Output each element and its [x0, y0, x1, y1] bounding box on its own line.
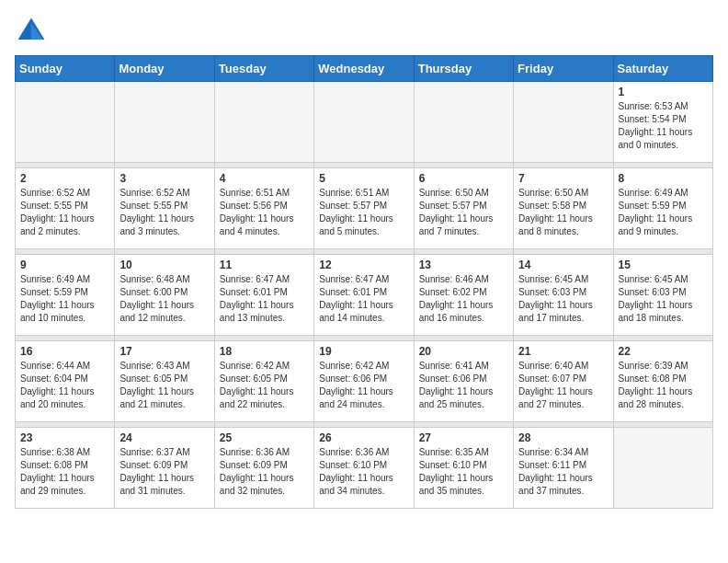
day-info: Sunrise: 6:49 AM Sunset: 5:59 PM Dayligh… [619, 187, 708, 238]
day-number: 1 [619, 86, 708, 98]
day-info: Sunrise: 6:40 AM Sunset: 6:07 PM Dayligh… [518, 360, 608, 411]
day-header-saturday: Saturday [613, 56, 712, 82]
day-number: 5 [319, 172, 408, 185]
calendar-cell: 4Sunrise: 6:51 AM Sunset: 5:56 PM Daylig… [214, 168, 313, 249]
calendar-table: SundayMondayTuesdayWednesdayThursdayFrid… [15, 55, 713, 509]
day-info: Sunrise: 6:48 AM Sunset: 6:00 PM Dayligh… [119, 273, 209, 325]
calendar-cell: 23Sunrise: 6:38 AM Sunset: 6:08 PM Dayli… [16, 428, 115, 509]
day-info: Sunrise: 6:49 AM Sunset: 5:59 PM Dayligh… [20, 273, 109, 325]
calendar-cell: 21Sunrise: 6:40 AM Sunset: 6:07 PM Dayli… [514, 341, 613, 422]
day-number: 20 [419, 345, 508, 358]
logo [15, 15, 53, 48]
day-info: Sunrise: 6:51 AM Sunset: 5:56 PM Dayligh… [220, 187, 309, 238]
day-number: 14 [518, 259, 608, 271]
day-number: 26 [319, 431, 408, 444]
calendar-cell [514, 82, 613, 163]
day-info: Sunrise: 6:46 AM Sunset: 6:02 PM Dayligh… [419, 273, 508, 325]
calendar-cell: 14Sunrise: 6:45 AM Sunset: 6:03 PM Dayli… [514, 255, 613, 336]
day-info: Sunrise: 6:47 AM Sunset: 6:01 PM Dayligh… [319, 273, 408, 325]
day-info: Sunrise: 6:41 AM Sunset: 6:06 PM Dayligh… [419, 360, 508, 411]
day-info: Sunrise: 6:50 AM Sunset: 5:57 PM Dayligh… [419, 187, 508, 238]
calendar-cell: 6Sunrise: 6:50 AM Sunset: 5:57 PM Daylig… [414, 168, 513, 249]
day-info: Sunrise: 6:39 AM Sunset: 6:08 PM Dayligh… [619, 360, 708, 411]
day-number: 12 [319, 259, 408, 271]
day-number: 25 [220, 431, 309, 444]
calendar-cell [314, 82, 414, 163]
calendar-cell [115, 82, 214, 163]
calendar-week-2: 9Sunrise: 6:49 AM Sunset: 5:59 PM Daylig… [16, 255, 713, 336]
calendar-cell: 20Sunrise: 6:41 AM Sunset: 6:06 PM Dayli… [414, 341, 513, 422]
day-header-wednesday: Wednesday [314, 56, 414, 82]
calendar-cell [414, 82, 513, 163]
calendar-cell: 16Sunrise: 6:44 AM Sunset: 6:04 PM Dayli… [16, 341, 115, 422]
day-header-tuesday: Tuesday [214, 56, 313, 82]
day-info: Sunrise: 6:34 AM Sunset: 6:11 PM Dayligh… [518, 446, 608, 498]
day-info: Sunrise: 6:45 AM Sunset: 6:03 PM Dayligh… [619, 273, 708, 325]
day-number: 22 [619, 345, 708, 358]
day-info: Sunrise: 6:37 AM Sunset: 6:09 PM Dayligh… [119, 446, 209, 498]
calendar-week-4: 23Sunrise: 6:38 AM Sunset: 6:08 PM Dayli… [16, 428, 713, 509]
day-number: 17 [119, 345, 209, 358]
calendar-cell: 28Sunrise: 6:34 AM Sunset: 6:11 PM Dayli… [514, 428, 613, 509]
calendar-cell: 5Sunrise: 6:51 AM Sunset: 5:57 PM Daylig… [314, 168, 414, 249]
day-number: 16 [20, 345, 109, 358]
day-header-thursday: Thursday [414, 56, 513, 82]
calendar-cell: 3Sunrise: 6:52 AM Sunset: 5:55 PM Daylig… [115, 168, 214, 249]
day-info: Sunrise: 6:50 AM Sunset: 5:58 PM Dayligh… [518, 187, 608, 238]
page-header [15, 15, 713, 48]
calendar-cell: 8Sunrise: 6:49 AM Sunset: 5:59 PM Daylig… [613, 168, 712, 249]
calendar-cell: 26Sunrise: 6:36 AM Sunset: 6:10 PM Dayli… [314, 428, 414, 509]
day-number: 11 [220, 259, 309, 271]
day-info: Sunrise: 6:42 AM Sunset: 6:05 PM Dayligh… [220, 360, 309, 411]
logo-icon [15, 15, 48, 48]
day-info: Sunrise: 6:52 AM Sunset: 5:55 PM Dayligh… [20, 187, 109, 238]
day-number: 18 [220, 345, 309, 358]
svg-marker-1 [31, 23, 43, 40]
day-info: Sunrise: 6:53 AM Sunset: 5:54 PM Dayligh… [619, 100, 708, 152]
day-number: 13 [419, 259, 508, 271]
calendar-cell: 7Sunrise: 6:50 AM Sunset: 5:58 PM Daylig… [514, 168, 613, 249]
day-number: 2 [20, 172, 109, 185]
day-number: 3 [119, 172, 209, 185]
calendar-cell: 25Sunrise: 6:36 AM Sunset: 6:09 PM Dayli… [214, 428, 313, 509]
calendar-cell: 9Sunrise: 6:49 AM Sunset: 5:59 PM Daylig… [16, 255, 115, 336]
calendar-cell: 18Sunrise: 6:42 AM Sunset: 6:05 PM Dayli… [214, 341, 313, 422]
day-info: Sunrise: 6:42 AM Sunset: 6:06 PM Dayligh… [319, 360, 408, 411]
calendar-cell: 22Sunrise: 6:39 AM Sunset: 6:08 PM Dayli… [613, 341, 712, 422]
calendar-cell: 17Sunrise: 6:43 AM Sunset: 6:05 PM Dayli… [115, 341, 214, 422]
calendar-cell: 13Sunrise: 6:46 AM Sunset: 6:02 PM Dayli… [414, 255, 513, 336]
day-info: Sunrise: 6:35 AM Sunset: 6:10 PM Dayligh… [419, 446, 508, 498]
day-number: 28 [518, 431, 608, 444]
day-header-monday: Monday [115, 56, 214, 82]
day-number: 23 [20, 431, 109, 444]
day-number: 6 [419, 172, 508, 185]
day-number: 19 [319, 345, 408, 358]
day-info: Sunrise: 6:38 AM Sunset: 6:08 PM Dayligh… [20, 446, 109, 498]
calendar-cell: 2Sunrise: 6:52 AM Sunset: 5:55 PM Daylig… [16, 168, 115, 249]
day-info: Sunrise: 6:52 AM Sunset: 5:55 PM Dayligh… [119, 187, 209, 238]
calendar-week-0: 1Sunrise: 6:53 AM Sunset: 5:54 PM Daylig… [16, 82, 713, 163]
calendar-cell: 24Sunrise: 6:37 AM Sunset: 6:09 PM Dayli… [115, 428, 214, 509]
calendar-cell: 19Sunrise: 6:42 AM Sunset: 6:06 PM Dayli… [314, 341, 414, 422]
day-header-friday: Friday [514, 56, 613, 82]
day-number: 21 [518, 345, 608, 358]
calendar-week-1: 2Sunrise: 6:52 AM Sunset: 5:55 PM Daylig… [16, 168, 713, 249]
day-info: Sunrise: 6:36 AM Sunset: 6:10 PM Dayligh… [319, 446, 408, 498]
calendar-cell: 27Sunrise: 6:35 AM Sunset: 6:10 PM Dayli… [414, 428, 513, 509]
day-number: 8 [619, 172, 708, 185]
calendar-cell: 15Sunrise: 6:45 AM Sunset: 6:03 PM Dayli… [613, 255, 712, 336]
day-number: 15 [619, 259, 708, 271]
day-number: 27 [419, 431, 508, 444]
calendar-cell [613, 428, 712, 509]
day-info: Sunrise: 6:44 AM Sunset: 6:04 PM Dayligh… [20, 360, 109, 411]
calendar-cell: 1Sunrise: 6:53 AM Sunset: 5:54 PM Daylig… [613, 82, 712, 163]
day-number: 4 [220, 172, 309, 185]
calendar-cell: 11Sunrise: 6:47 AM Sunset: 6:01 PM Dayli… [214, 255, 313, 336]
day-info: Sunrise: 6:45 AM Sunset: 6:03 PM Dayligh… [518, 273, 608, 325]
day-info: Sunrise: 6:47 AM Sunset: 6:01 PM Dayligh… [220, 273, 309, 325]
calendar-week-3: 16Sunrise: 6:44 AM Sunset: 6:04 PM Dayli… [16, 341, 713, 422]
calendar-cell: 10Sunrise: 6:48 AM Sunset: 6:00 PM Dayli… [115, 255, 214, 336]
day-number: 10 [119, 259, 209, 271]
day-info: Sunrise: 6:51 AM Sunset: 5:57 PM Dayligh… [319, 187, 408, 238]
calendar-cell [214, 82, 313, 163]
